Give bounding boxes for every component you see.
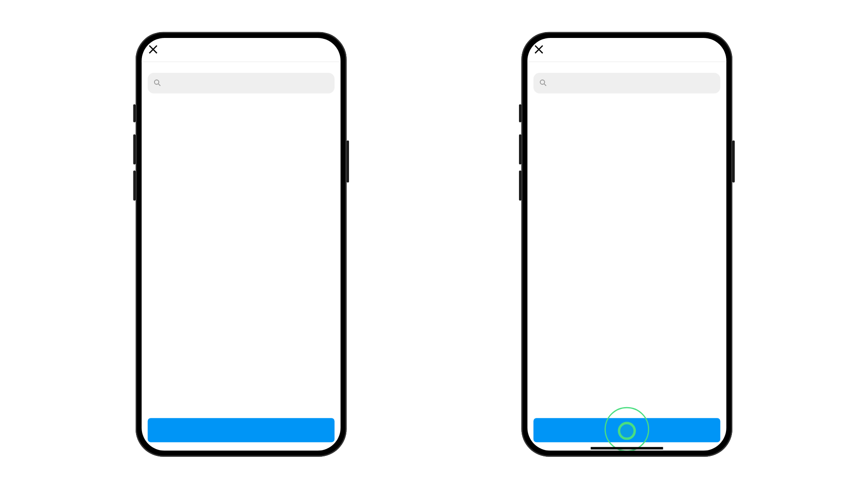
suggested-list bbox=[142, 105, 340, 413]
search-input-container[interactable] bbox=[533, 73, 720, 93]
phone-volume-down bbox=[519, 170, 521, 201]
done-button[interactable] bbox=[148, 418, 335, 442]
svg-point-1 bbox=[540, 80, 545, 84]
search-icon bbox=[154, 79, 161, 87]
search-input[interactable] bbox=[551, 78, 714, 88]
search-input[interactable] bbox=[165, 78, 328, 88]
phone-mute-switch bbox=[519, 104, 521, 122]
phone-frame-left bbox=[136, 32, 347, 456]
phone-volume-down bbox=[133, 170, 136, 201]
suggested-header bbox=[528, 98, 726, 105]
svg-point-0 bbox=[155, 80, 159, 84]
close-button[interactable] bbox=[145, 42, 161, 57]
suggested-header bbox=[142, 98, 340, 105]
header bbox=[142, 38, 340, 61]
header bbox=[528, 38, 726, 61]
home-indicator[interactable] bbox=[591, 447, 663, 449]
search-icon bbox=[539, 79, 547, 87]
phone-mute-switch bbox=[133, 104, 136, 122]
info-text bbox=[142, 62, 340, 73]
suggested-list bbox=[528, 105, 726, 413]
info-text bbox=[528, 62, 726, 73]
done-button[interactable] bbox=[533, 418, 720, 442]
phone-frame-right bbox=[521, 32, 732, 456]
search-input-container[interactable] bbox=[148, 73, 335, 93]
screen-right bbox=[528, 38, 726, 450]
phone-power-button bbox=[347, 140, 349, 182]
phone-power-button bbox=[732, 140, 735, 182]
phone-volume-up bbox=[519, 134, 521, 164]
close-icon bbox=[148, 44, 159, 55]
close-button[interactable] bbox=[531, 42, 547, 57]
phone-volume-up bbox=[133, 134, 136, 164]
close-icon bbox=[533, 44, 544, 55]
screen-left bbox=[142, 38, 340, 450]
